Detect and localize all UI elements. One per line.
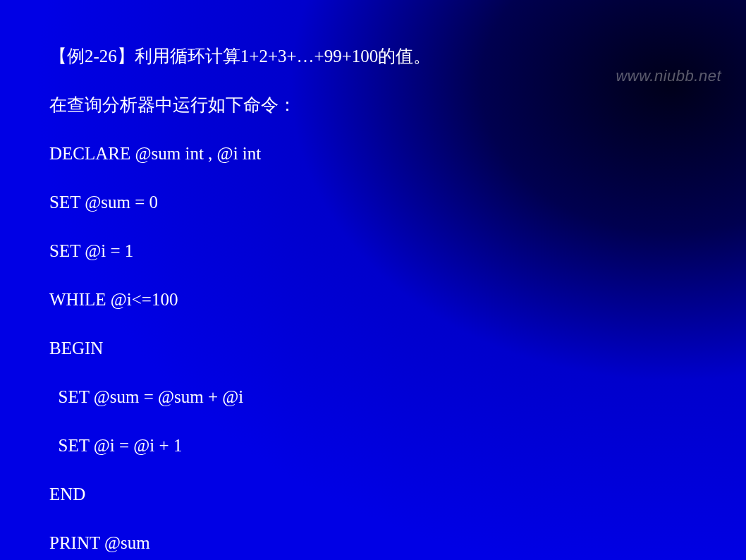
slide-content: 【例2-26】利用循环计算1+2+3+…+99+100的值。 在查询分析器中运行…: [49, 20, 623, 560]
watermark-text: www.niubb.net: [616, 67, 721, 85]
text-line: 【例2-26】利用循环计算1+2+3+…+99+100的值。: [49, 44, 623, 69]
code-line: SET @i = @i + 1: [49, 434, 623, 458]
code-line: DECLARE @sum int , @i int: [49, 142, 623, 166]
code-line: END: [49, 482, 623, 507]
code-line: WHILE @i<=100: [49, 288, 623, 312]
text-line: 在查询分析器中运行如下命令：: [49, 93, 623, 118]
code-line: SET @i = 1: [49, 239, 623, 264]
code-line: SET @sum = @sum + @i: [49, 385, 623, 410]
code-line: SET @sum = 0: [49, 190, 623, 215]
code-line: BEGIN: [49, 336, 623, 361]
code-line: PRINT @sum: [49, 531, 623, 556]
